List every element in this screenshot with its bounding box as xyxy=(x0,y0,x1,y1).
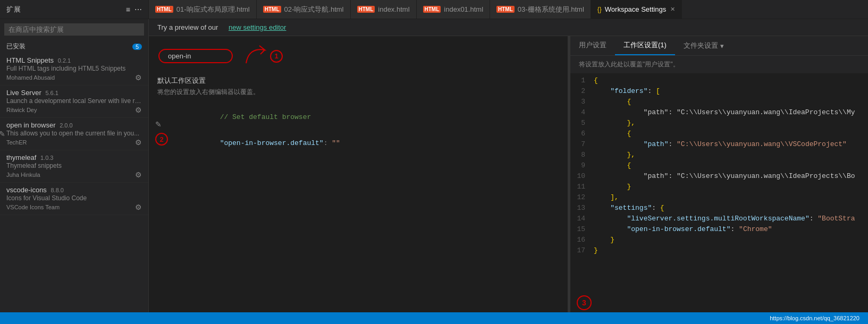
circle-annotation-1: 1 xyxy=(270,50,283,63)
ext-author-0: Mohamed Abusaid xyxy=(6,74,55,81)
line-number-5: 5 xyxy=(570,118,589,129)
tab-user-settings[interactable]: 用户设置 xyxy=(570,36,615,55)
more-icon[interactable]: ⋯ xyxy=(134,5,142,14)
settings-section-title: 默认工作区设置 xyxy=(157,76,559,86)
ext-desc-3: Thymeleaf snippets xyxy=(6,162,142,169)
ext-gear-icon-1[interactable]: ⚙ xyxy=(135,106,142,114)
pencil-icon-2: ✎ xyxy=(0,130,5,138)
ext-gear-icon-2[interactable]: ⚙ xyxy=(135,138,142,147)
tab-label-tab2: 02-响应式导航.html xyxy=(284,5,344,14)
ext-name-row-1: Live Server 5.6.1 xyxy=(6,89,142,97)
installed-badge: 5 xyxy=(132,44,142,50)
installed-section-header[interactable]: 已安装 5 xyxy=(0,40,148,53)
code-line-12: ], xyxy=(594,192,864,203)
tab-tab1[interactable]: HTML01-响应式布局原理.html xyxy=(149,0,257,19)
line-number-16: 16 xyxy=(570,235,589,245)
installed-label: 已安装 xyxy=(6,42,26,51)
tab-label-tab5: 03-栅格系统使用.html xyxy=(518,5,584,14)
ext-gear-icon-3[interactable]: ⚙ xyxy=(135,170,142,179)
tab-tab5[interactable]: HTML03-栅格系统使用.html xyxy=(490,0,591,19)
ext-desc-4: Icons for Visual Studio Code xyxy=(6,194,142,202)
code-line-5: }, xyxy=(594,118,864,129)
ext-desc-2: This allows you to open the current file… xyxy=(6,130,142,137)
arrow-annotation-svg xyxy=(243,45,270,66)
ext-name-3: thymeleaf 1.0.3 xyxy=(6,154,53,161)
folder-chevron-icon: ▾ xyxy=(720,42,724,50)
code-line-9: { xyxy=(594,160,864,171)
tab-close-tab6[interactable]: ✕ xyxy=(670,6,675,13)
sidebar-title: 扩展 xyxy=(6,5,21,14)
ext-version-1: 5.6.1 xyxy=(45,90,58,96)
line-numbers: 1234567891011121314151617 xyxy=(570,73,589,312)
tab-tab4[interactable]: HTMLindex01.html xyxy=(417,0,491,19)
preview-text: Try a preview of our xyxy=(157,23,218,31)
settings-search-input[interactable] xyxy=(164,50,227,62)
line-number-3: 3 xyxy=(570,97,589,107)
ext-gear-icon-0[interactable]: ⚙ xyxy=(135,73,142,82)
json-tab-icon-tab6: {} xyxy=(597,6,602,13)
tab-tab2[interactable]: HTML02-响应式导航.html xyxy=(257,0,351,19)
extension-search-input[interactable] xyxy=(4,23,144,36)
circle-annotation-2-container: 2 xyxy=(155,133,168,146)
line-number-7: 7 xyxy=(570,139,589,150)
code-line-3: { xyxy=(594,97,864,107)
search-oval-annotation xyxy=(158,49,233,63)
line-number-13: 13 xyxy=(570,203,589,214)
ext-author-2: TechER xyxy=(6,139,27,146)
extension-item-3[interactable]: thymeleaf 1.0.3Thymeleaf snippetsJuha Hi… xyxy=(0,150,148,183)
settings-tabs: 用户设置 工作区设置(1) 文件夹设置 ▾ xyxy=(570,36,868,56)
new-settings-editor-link[interactable]: new settings editor xyxy=(229,23,286,31)
tab-label-tab4: index01.html xyxy=(444,5,483,13)
ext-author-3: Juha Hinkula xyxy=(6,172,40,178)
line-number-15: 15 xyxy=(570,224,589,235)
sidebar-header: 扩展 ≡ ⋯ xyxy=(0,0,149,19)
tab-label-tab6: Workspace Settings xyxy=(605,5,666,13)
settings-right-header: 将设置放入此处以覆盖"用户设置"。 xyxy=(570,56,868,73)
ext-name-1: Live Server 5.6.1 xyxy=(6,89,58,97)
code-line-1: { xyxy=(594,75,864,86)
extension-item-2[interactable]: ✎open in browser 2.0.0This allows you to… xyxy=(0,118,148,150)
html-tab-icon-tab1: HTML xyxy=(155,6,173,13)
circle-annotation-3: 3 xyxy=(577,295,592,310)
line-number-6: 6 xyxy=(570,129,589,139)
code-line-11: } xyxy=(594,182,864,192)
ext-author-row-3: Juha Hinkula⚙ xyxy=(6,170,142,179)
extension-list: HTML Snippets 0.2.1Full HTML tags includ… xyxy=(0,53,148,215)
tab-label-tab3: index.html xyxy=(378,5,409,13)
line-number-2: 2 xyxy=(570,86,589,97)
code-lines: { "folders": [ { "path": "C:\\Users\\yua… xyxy=(589,73,868,312)
tab-workspace-settings[interactable]: 工作区设置(1) xyxy=(615,36,675,55)
tab-folder-settings[interactable]: 文件夹设置 ▾ xyxy=(675,36,732,55)
code-line-15: "open-in-browser.default": "Chrome" xyxy=(594,224,864,235)
tab-tab3[interactable]: HTMLindex.html xyxy=(351,0,417,19)
settings-left-panel: 1 默认工作区设置 将您的设置放入右侧编辑器以覆盖。 ✎ 2 // Set de… xyxy=(149,36,568,312)
code-comment: // Set default browser xyxy=(220,113,311,121)
code-value-line: "open-in-browser.default": "" xyxy=(170,131,559,155)
line-number-17: 17 xyxy=(570,245,589,256)
settings-search-row: 1 xyxy=(157,45,559,67)
filter-icon[interactable]: ≡ xyxy=(126,5,130,14)
circle-annotation-2: 2 xyxy=(155,133,168,146)
code-key: "open-in-browser.default" xyxy=(220,139,324,147)
line-number-8: 8 xyxy=(570,150,589,160)
tabs-area: HTML01-响应式布局原理.htmlHTML02-响应式导航.htmlHTML… xyxy=(149,0,868,19)
right-panel: Try a preview of our new settings editor xyxy=(149,19,868,312)
settings-split: 1 默认工作区设置 将您的设置放入右侧编辑器以覆盖。 ✎ 2 // Set de… xyxy=(149,36,868,312)
code-block-area: ✎ 2 // Set default browser "open-in-brow… xyxy=(157,105,559,155)
line-number-10: 10 xyxy=(570,171,589,182)
html-tab-icon-tab5: HTML xyxy=(496,6,515,13)
ext-name-4: vscode-icons 8.8.0 xyxy=(6,186,64,194)
extension-item-0[interactable]: HTML Snippets 0.2.1Full HTML tags includ… xyxy=(0,53,148,86)
ext-author-row-2: TechER⚙ xyxy=(6,138,142,147)
extension-item-1[interactable]: Live Server 5.6.1Launch a development lo… xyxy=(0,86,148,118)
ext-gear-icon-4[interactable]: ⚙ xyxy=(135,203,142,211)
sidebar-header-icons: ≡ ⋯ xyxy=(126,5,142,14)
code-colon: : xyxy=(324,139,328,147)
ext-author-row-4: VSCode Icons Team⚙ xyxy=(6,203,142,211)
ext-author-row-0: Mohamed Abusaid⚙ xyxy=(6,73,142,82)
html-tab-icon-tab3: HTML xyxy=(357,6,375,13)
status-url: https://blog.csdn.net/qq_36821220 xyxy=(770,315,859,321)
status-bar: https://blog.csdn.net/qq_36821220 xyxy=(0,312,868,324)
extension-item-4[interactable]: vscode-icons 8.8.0Icons for Visual Studi… xyxy=(0,183,148,215)
tab-tab6[interactable]: {}Workspace Settings✕ xyxy=(591,0,682,19)
